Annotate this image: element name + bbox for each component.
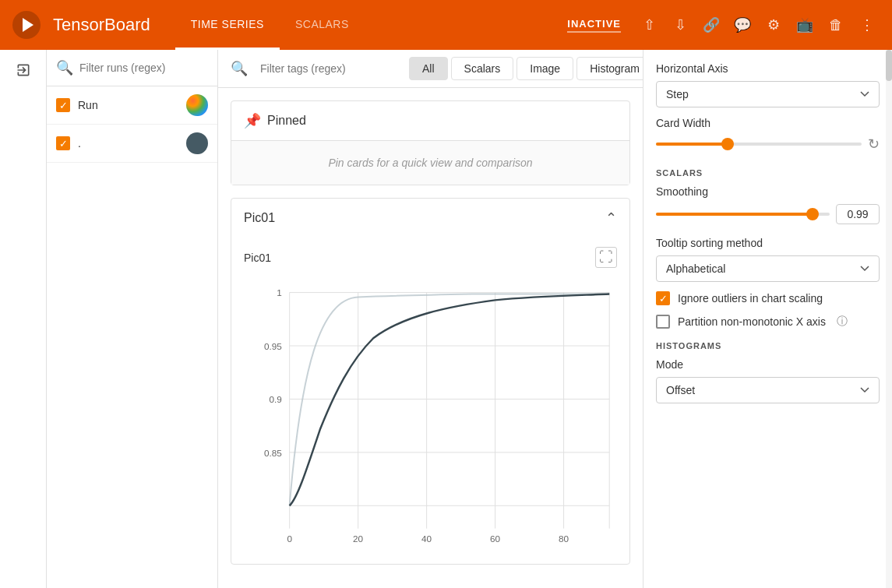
run-label: Run	[78, 99, 178, 111]
svg-text:0.9: 0.9	[270, 394, 282, 404]
partition-label: Partition non-monotonic X axis	[678, 315, 826, 328]
play-icon	[23, 18, 33, 32]
run-item-run: ✓ Run	[47, 86, 217, 125]
check-mark-icon: ✓	[659, 293, 668, 305]
filter-search-icon: 🔍	[231, 60, 248, 77]
help-icon[interactable]: ⓘ	[837, 315, 848, 329]
run-label-dot: .	[78, 137, 178, 150]
filter-tab-all[interactable]: All	[409, 57, 448, 80]
svg-text:0.95: 0.95	[264, 341, 282, 351]
smoothing-value-input[interactable]	[836, 204, 880, 224]
reset-card-width-icon[interactable]: ↻	[868, 136, 880, 153]
settings-scrollbar-thumb[interactable]	[886, 50, 892, 81]
nav-tabs: TIME SERIES SCALARS	[175, 0, 365, 50]
chart-title: Pic01	[244, 252, 271, 264]
group-section: Pic01 ⌃ Pic01 ⛶	[231, 198, 630, 565]
chart-header: Pic01 ⛶	[244, 247, 617, 268]
tooltip-sort-select[interactable]: Alphabetical Ascending Descending Defaul…	[656, 255, 880, 282]
partition-row: Partition non-monotonic X axis ⓘ	[656, 315, 880, 329]
chart-svg: 1 0.95 0.9 0.85 0 20 40 60 80	[244, 274, 617, 555]
search-icon: 🔍	[56, 59, 73, 76]
exit-icon[interactable]	[9, 56, 37, 84]
left-sidebar	[0, 50, 47, 588]
svg-text:20: 20	[353, 533, 364, 544]
ignore-outliers-row: ✓ Ignore outliers in chart scaling	[656, 291, 880, 305]
card-width-slider-fill	[656, 143, 728, 146]
settings-scrollbar-track[interactable]	[886, 50, 892, 588]
ignore-outliers-checkbox[interactable]: ✓	[656, 291, 670, 305]
chart-area: 1 0.95 0.9 0.85 0 20 40 60 80	[244, 274, 617, 555]
filter-search-bar: 🔍	[231, 60, 397, 77]
pin-icon: 📌	[244, 112, 261, 129]
smoothing-slider-thumb[interactable]	[806, 208, 819, 220]
app-logo: TensorBoard	[53, 15, 150, 35]
card-width-slider-track[interactable]	[656, 143, 862, 146]
mode-label: Mode	[656, 358, 880, 371]
svg-text:40: 40	[421, 533, 432, 544]
smoothing-label: Smoothing	[656, 185, 880, 198]
runs-search-bar: 🔍	[47, 50, 217, 86]
smoothing-slider-fill	[656, 213, 813, 216]
card-width-label: Card Width	[656, 117, 880, 129]
filter-tab-scalars[interactable]: Scalars	[451, 57, 514, 80]
svg-text:80: 80	[559, 533, 569, 544]
horizontal-axis-select[interactable]: Step Relative Wall	[656, 81, 880, 107]
svg-text:60: 60	[490, 533, 501, 544]
play-button[interactable]	[12, 11, 41, 39]
pinned-header: 📌 Pinned	[231, 101, 629, 141]
partition-checkbox[interactable]	[656, 315, 670, 329]
up-arrow-icon[interactable]: ⇧	[636, 12, 661, 37]
topbar: TensorBoard TIME SERIES SCALARS INACTIVE…	[0, 0, 892, 50]
check-icon: ✓	[59, 100, 68, 111]
down-arrow-icon[interactable]: ⇩	[668, 12, 693, 37]
filter-tab-histogram[interactable]: Histogram	[576, 57, 643, 80]
status-badge: INACTIVE	[567, 18, 621, 33]
comment-icon[interactable]: 💬	[730, 12, 755, 37]
filter-tags-input[interactable]	[260, 62, 397, 75]
filter-tab-image[interactable]: Image	[517, 57, 573, 80]
gear-icon[interactable]: ⚙	[761, 12, 786, 37]
mode-select[interactable]: Offset Overlay	[656, 377, 880, 403]
smoothing-row	[656, 204, 880, 224]
histograms-section-label: HISTOGRAMS	[656, 341, 880, 350]
content-scroll: 📌 Pinned Pin cards for a quick view and …	[218, 88, 643, 588]
group-header[interactable]: Pic01 ⌃	[231, 199, 629, 238]
run-item-dot: ✓ .	[47, 125, 217, 163]
settings-scroll: Horizontal Axis Step Relative Wall Card …	[643, 50, 892, 425]
tablet-icon[interactable]: 📺	[792, 12, 817, 37]
delete-icon[interactable]: 🗑	[823, 12, 848, 37]
pinned-section: 📌 Pinned Pin cards for a quick view and …	[231, 100, 630, 185]
chart-container: Pic01 ⛶	[231, 238, 629, 564]
run-checkbox-run[interactable]: ✓	[56, 98, 70, 112]
run-checkbox-dot[interactable]: ✓	[56, 136, 70, 150]
svg-text:0: 0	[287, 533, 292, 544]
runs-panel: 🔍 ✓ Run ✓ .	[47, 50, 218, 588]
settings-panel: Horizontal Axis Step Relative Wall Card …	[643, 50, 892, 588]
run-color-palette[interactable]	[186, 94, 208, 116]
nav-tab-scalars[interactable]: SCALARS	[280, 0, 365, 50]
content-area: 🔍 All Scalars Image Histogram ⚙ Settings…	[218, 50, 643, 588]
tooltip-sort-label: Tooltip sorting method	[656, 237, 880, 249]
topbar-icons: ⇧ ⇩ 🔗 💬 ⚙ 📺 🗑 ⋮	[636, 12, 880, 37]
pinned-title: Pinned	[267, 114, 306, 128]
filter-bar: 🔍 All Scalars Image Histogram ⚙ Settings	[218, 50, 643, 88]
svg-text:1: 1	[277, 287, 282, 298]
card-width-slider-thumb[interactable]	[721, 138, 734, 150]
check-icon-2: ✓	[59, 138, 68, 150]
runs-search-input[interactable]	[79, 62, 208, 74]
group-title: Pic01	[244, 211, 275, 225]
ignore-outliers-label: Ignore outliers in chart scaling	[678, 292, 823, 305]
scalars-section-label: SCALARS	[656, 168, 880, 178]
run-color-dot	[186, 132, 208, 154]
filter-tabs: All Scalars Image Histogram	[409, 57, 643, 80]
pin-placeholder: Pin cards for a quick view and compariso…	[231, 141, 629, 185]
expand-chart-icon[interactable]: ⛶	[595, 247, 617, 268]
smoothing-slider-track[interactable]	[656, 213, 830, 216]
svg-text:0.85: 0.85	[264, 448, 282, 458]
card-width-row: ↻	[656, 136, 880, 153]
horizontal-axis-label: Horizontal Axis	[656, 62, 880, 75]
main-layout: 🔍 ✓ Run ✓ . 🔍 All Sca	[0, 50, 892, 588]
more-vert-icon[interactable]: ⋮	[855, 12, 880, 37]
link-icon[interactable]: 🔗	[699, 12, 724, 37]
nav-tab-timeseries[interactable]: TIME SERIES	[175, 0, 280, 50]
